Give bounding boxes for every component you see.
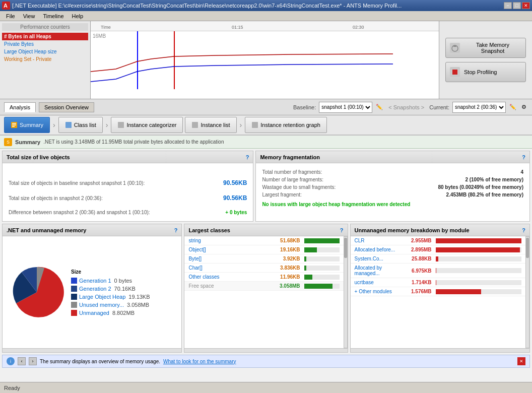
class-bar-container-3 [304,266,340,271]
class-name-3[interactable]: Char[] [188,265,265,271]
unmanaged-scrollbar[interactable] [525,236,529,348]
live-objects-help[interactable]: ? [246,154,249,160]
minimize-button[interactable]: − [504,2,512,9]
legend-gen1: Generation 1 0 bytes [71,278,150,284]
gen1-label[interactable]: Generation 1 [79,278,111,284]
tab-instance-ret[interactable]: Instance retention graph [245,117,327,133]
um-bar-2 [436,256,438,261]
dotnet-memory-help[interactable]: ? [174,227,178,233]
unmanaged-label[interactable]: Unmanaged [79,310,109,316]
svg-rect-3 [453,45,456,47]
size-header: Size [71,269,150,275]
perf-loh-size[interactable]: Large Object Heap size [2,48,88,55]
unused-color [71,302,77,308]
status-bar: Ready [0,382,532,393]
session-overview-tab[interactable]: Session Overview [39,102,94,112]
camera-icon [450,43,460,53]
timeline-area: Time 01:15 02:30 16MB [91,21,439,99]
unused-label[interactable]: Unused memory... [79,302,124,308]
class-size-5: 3.058MB [270,283,300,289]
fragmentation-help[interactable]: ? [522,154,525,160]
timeline-ruler: Time 01:15 02:30 [91,21,439,31]
bottom-panels-row: .NET and unmanaged memory ? [0,224,532,355]
largest-classes-help[interactable]: ? [340,227,344,233]
gen2-label[interactable]: Generation 2 [79,286,111,292]
current-select[interactable]: snapshot 2 (00:36) [452,102,506,113]
unmanaged-horiz-scrollbar[interactable] [351,348,529,352]
um-row-2[interactable]: System.Co... 25.88KB [351,254,525,264]
classes-scroll-thumb[interactable] [344,238,347,258]
unmanaged-content: CLR 2.955MB Allocated before... 2.895MB … [351,236,525,348]
frag-label-3: Largest fragment: [262,192,446,198]
ready-text: Ready [4,385,20,391]
um-name-0[interactable]: CLR [355,238,400,243]
tab-class-list[interactable]: Class list [58,117,103,133]
class-name-0[interactable]: string [188,238,265,243]
class-row-0[interactable]: string 51.68KB [184,236,343,245]
tab-instance-list[interactable]: Instance list [185,117,236,133]
current-edit-icon[interactable]: ✏️ [509,103,517,111]
um-row-0[interactable]: CLR 2.955MB [351,236,525,245]
um-name-5[interactable]: + Other modules [355,289,400,294]
tab-instance-cat-label: Instance categorizer [126,122,176,128]
info-close-button[interactable]: ✕ [517,357,525,365]
live-objects-header: Total size of live objects ? [3,151,253,163]
class-size-3: 3.836KB [270,265,300,271]
menu-view[interactable]: View [19,12,39,20]
info-bar-nav-next[interactable]: › [29,357,37,365]
class-size-1: 19.16KB [270,247,300,252]
menu-timeline[interactable]: Timeline [39,12,68,20]
class-row-1[interactable]: Object[] 19.16KB [184,245,343,254]
classes-horiz-scrollbar[interactable] [184,348,347,352]
frag-value-0: 4 [520,169,523,175]
unmanaged-scroll-thumb[interactable] [526,238,529,258]
close-button[interactable]: ✕ [522,2,530,9]
tools-icon[interactable]: ⚙ [520,103,528,111]
dotnet-memory-scrollbar[interactable] [3,348,181,352]
loh-label[interactable]: Large Object Heap [79,294,125,300]
tab-summary[interactable]: Summary [4,117,50,133]
class-name-1[interactable]: Object[] [188,247,265,252]
class-name-2[interactable]: Byte[] [188,256,265,261]
fragmentation-header: Memory fragmentation ? [256,151,529,163]
largest-classes-header: Largest classes ? [184,224,347,236]
um-row-3[interactable]: Allocated by managed... 6.975KB [351,264,525,278]
menu-help[interactable]: Help [68,12,88,20]
memory-legend: Size Generation 1 0 bytes Generation 2 7… [71,269,150,316]
title-bar: A [.NET Executable] E:\c#exercise\string… [0,0,532,11]
stop-profiling-button[interactable]: Stop Profiling [445,62,526,82]
baseline-edit-icon[interactable]: ✏️ [375,103,383,111]
class-name-4[interactable]: Other classes [188,274,265,280]
info-link[interactable]: What to look for on the summary [163,359,236,364]
um-name-4[interactable]: ucrtbase [355,280,400,285]
menu-file[interactable]: File [2,12,19,20]
live-objects-title: Total size of live objects [7,154,70,160]
timeline-graph[interactable]: 16MB [91,31,439,89]
take-snapshot-button[interactable]: Take Memory Snapshot [445,38,526,58]
um-name-1[interactable]: Allocated before... [355,247,400,252]
um-row-5[interactable]: + Other modules 1.576MB [351,287,525,296]
um-name-2[interactable]: System.Co... [355,256,400,261]
um-row-1[interactable]: Allocated before... 2.895MB [351,245,525,254]
perf-working-set[interactable]: Working Set - Private [2,55,88,63]
classes-scrollbar[interactable] [344,236,348,348]
unmanaged-help[interactable]: ? [522,227,525,233]
nav-tabs: Summary › Class list › Instance categori… [0,115,532,136]
class-row-3[interactable]: Char[] 3.836KB [184,264,343,273]
arrow-2: › [106,121,108,129]
tab-instance-cat[interactable]: Instance categorizer [111,117,183,133]
info-bar-nav-prev[interactable]: ‹ [18,357,26,365]
perf-bytes-heaps[interactable]: # Bytes in all Heaps [2,33,88,40]
baseline-select[interactable]: snapshot 1 (00:10) [319,102,372,113]
maximize-button[interactable]: □ [513,2,521,9]
class-bar-container-0 [304,238,340,243]
class-row-2[interactable]: Byte[] 3.92KB [184,254,343,264]
analysis-tab[interactable]: Analysis [4,102,36,112]
class-row-4[interactable]: Other classes 11.96KB [184,273,343,282]
retention-icon [251,121,258,128]
um-name-3[interactable]: Allocated by managed... [355,265,400,276]
live-objects-panel: Total size of live objects ? Total size … [2,151,253,222]
um-row-4[interactable]: ucrtbase 1.714KB [351,278,525,287]
perf-private-bytes[interactable]: Private Bytes [2,40,88,48]
class-bar-4 [304,275,312,280]
